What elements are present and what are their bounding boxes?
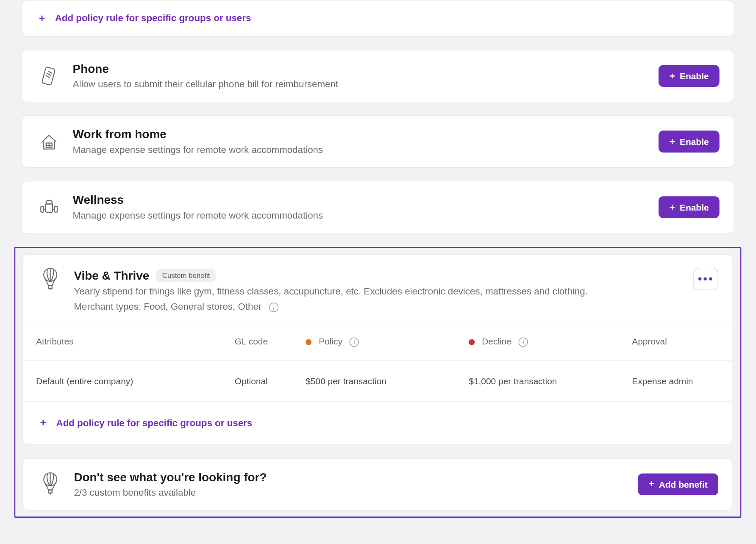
merchant-types: Merchant types: Food, General stores, Ot… bbox=[74, 301, 261, 311]
cell-policy: $500 per transaction bbox=[293, 360, 456, 401]
svg-rect-0 bbox=[42, 67, 56, 85]
benefit-title: Work from home bbox=[73, 127, 648, 142]
benefit-subtitle: Manage expense settings for remote work … bbox=[73, 143, 648, 157]
cell-approval: Expense admin bbox=[619, 360, 733, 401]
enable-button[interactable]: + Enable bbox=[659, 131, 720, 153]
benefit-title: Phone bbox=[73, 61, 648, 76]
add-benefit-button[interactable]: + Add benefit bbox=[638, 473, 718, 495]
enable-button[interactable]: + Enable bbox=[659, 197, 720, 219]
add-policy-rule-link[interactable]: + Add policy rule for specific groups or… bbox=[37, 414, 252, 433]
col-glcode: GL code bbox=[222, 323, 292, 360]
benefit-card-wellness: Wellness Manage expense settings for rem… bbox=[21, 181, 734, 233]
col-policy: Policy i bbox=[293, 323, 456, 360]
decline-dot-icon bbox=[469, 339, 475, 345]
benefit-card-wfh: Work from home Manage expense settings f… bbox=[21, 115, 734, 168]
plus-icon: + bbox=[670, 137, 675, 146]
policy-dot-icon bbox=[306, 339, 311, 345]
col-attributes: Attributes bbox=[23, 323, 222, 360]
plus-icon: + bbox=[649, 480, 654, 489]
benefit-title: Wellness bbox=[73, 192, 648, 208]
footer-title: Don't see what you're looking for? bbox=[74, 469, 627, 484]
svg-rect-8 bbox=[48, 490, 52, 493]
svg-rect-2 bbox=[45, 204, 53, 212]
cell-decline: $1,000 per transaction bbox=[456, 360, 619, 401]
home-icon bbox=[36, 131, 62, 152]
benefit-subtitle: Allow users to submit their cellular pho… bbox=[73, 78, 648, 91]
add-rule-label: Add policy rule for specific groups or u… bbox=[56, 418, 253, 428]
balloon-icon bbox=[37, 267, 63, 291]
highlight-frame: Vibe & Thrive Custom benefit Yearly stip… bbox=[14, 247, 741, 517]
info-icon[interactable]: i bbox=[519, 337, 528, 347]
previous-benefit-card-fragment: + Add policy rule for specific groups or… bbox=[21, 0, 734, 36]
enable-button[interactable]: + Enable bbox=[659, 65, 720, 87]
enable-label: Enable bbox=[680, 137, 709, 147]
benefit-description: Yearly stipend for things like gym, fitn… bbox=[74, 284, 683, 297]
benefit-card-phone: Phone Allow users to submit their cellul… bbox=[21, 50, 734, 102]
benefit-title: Vibe & Thrive bbox=[74, 267, 149, 283]
svg-rect-4 bbox=[54, 206, 57, 212]
svg-rect-6 bbox=[48, 285, 52, 288]
add-benefit-label: Add benefit bbox=[659, 479, 708, 489]
ellipsis-icon: ••• bbox=[698, 272, 714, 286]
col-decline: Decline i bbox=[456, 323, 619, 360]
plus-icon: + bbox=[670, 203, 675, 212]
plus-icon: + bbox=[670, 71, 675, 80]
info-icon[interactable]: i bbox=[350, 337, 359, 347]
add-benefit-card: Don't see what you're looking for? 2/3 c… bbox=[22, 458, 733, 511]
plus-icon: + bbox=[36, 12, 48, 24]
footer-subtitle: 2/3 custom benefits available bbox=[74, 486, 627, 499]
enable-label: Enable bbox=[680, 71, 709, 81]
plus-icon: + bbox=[37, 417, 49, 429]
add-policy-rule-link[interactable]: + Add policy rule for specific groups or… bbox=[36, 9, 251, 28]
add-rule-label: Add policy rule for specific groups or u… bbox=[55, 13, 251, 24]
benefit-subtitle: Manage expense settings for remote work … bbox=[73, 209, 648, 222]
custom-benefit-badge: Custom benefit bbox=[156, 269, 216, 282]
benefit-card-vibe-thrive: Vibe & Thrive Custom benefit Yearly stip… bbox=[22, 254, 733, 445]
enable-label: Enable bbox=[680, 203, 709, 213]
policy-rules-table: Attributes GL code Policy i Decline i bbox=[23, 322, 732, 401]
info-icon[interactable]: i bbox=[269, 303, 278, 312]
table-row[interactable]: Default (entire company) Optional $500 p… bbox=[23, 360, 732, 401]
cell-attributes: Default (entire company) bbox=[23, 360, 222, 401]
col-approval: Approval bbox=[619, 323, 733, 360]
more-actions-button[interactable]: ••• bbox=[693, 267, 718, 290]
phone-icon bbox=[36, 65, 62, 86]
wellness-icon bbox=[36, 197, 62, 218]
cell-glcode: Optional bbox=[222, 360, 292, 401]
balloon-icon bbox=[37, 472, 63, 496]
svg-rect-3 bbox=[41, 206, 44, 212]
